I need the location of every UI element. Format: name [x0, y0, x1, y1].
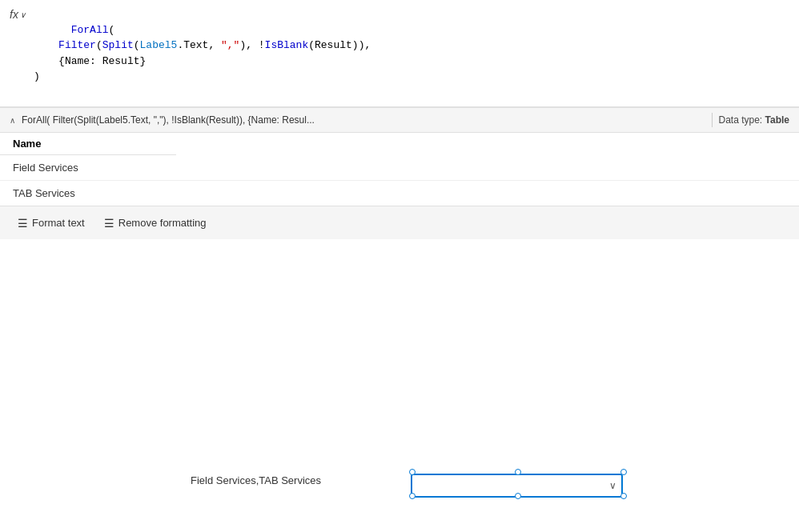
format-text-label: Format text	[32, 217, 85, 229]
fx-chevron[interactable]: ∨	[20, 10, 26, 19]
formula-bar: fx ∨ ForAll( Filter(Split(Label5.Text, "…	[0, 0, 799, 107]
resize-handle-tc[interactable]	[515, 469, 521, 475]
resize-handle-br[interactable]	[620, 493, 627, 499]
format-text-button[interactable]: ☰ Format text	[10, 213, 93, 233]
fx-icon: fx ∨	[10, 6, 26, 21]
canvas-area: Field Services,TAB Services ∨	[0, 239, 799, 532]
resize-handle-bc[interactable]	[515, 493, 521, 499]
resize-handle-tl[interactable]	[409, 469, 416, 475]
fx-label: fx	[10, 8, 18, 21]
collapse-icon[interactable]: ∧	[10, 116, 15, 125]
result-panel: ∧ ForAll( Filter(Split(Label5.Text, ",")…	[0, 107, 799, 239]
formula-forall: ForAll	[71, 24, 109, 36]
resize-handle-tr[interactable]	[620, 469, 627, 475]
result-table: Name Field Services TAB Services	[0, 133, 799, 206]
data-type: Data type: Table	[719, 114, 790, 126]
formula-code[interactable]: ForAll( Filter(Split(Label5.Text, ","), …	[34, 6, 371, 100]
remove-formatting-button[interactable]: ☰ Remove formatting	[96, 213, 215, 233]
result-divider	[712, 113, 713, 127]
remove-formatting-icon: ☰	[104, 218, 114, 229]
table-row: Field Services	[0, 155, 799, 181]
formula-preview: ForAll( Filter(Split(Label5.Text, ","), …	[22, 114, 705, 126]
remove-formatting-label: Remove formatting	[118, 217, 207, 229]
resize-handle-bl[interactable]	[409, 493, 416, 499]
format-text-icon: ☰	[18, 218, 28, 229]
main-container: fx ∨ ForAll( Filter(Split(Label5.Text, "…	[0, 0, 799, 532]
result-header: ∧ ForAll( Filter(Split(Label5.Text, ",")…	[0, 108, 799, 133]
bottom-label: Field Services,TAB Services	[191, 474, 321, 486]
table-column-header: Name	[0, 133, 176, 155]
table-row: TAB Services	[0, 181, 799, 206]
dropdown-arrow-icon: ∨	[609, 480, 616, 491]
format-toolbar: ☰ Format text ☰ Remove formatting	[0, 206, 799, 239]
